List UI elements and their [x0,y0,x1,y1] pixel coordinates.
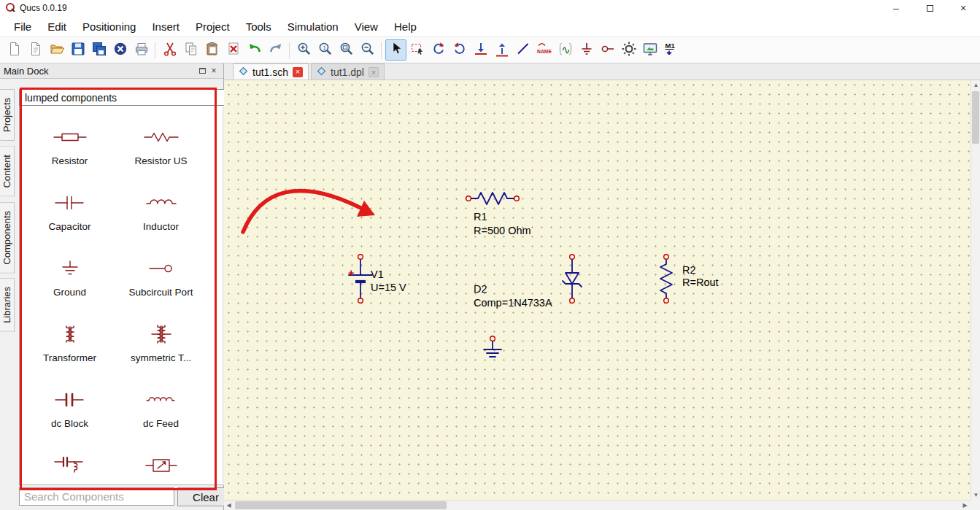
menu-project[interactable]: Project [188,18,238,36]
document-tab-tut1-sch[interactable]: tut1.sch× [233,63,309,80]
component-item-subcircuit-port[interactable]: Subcircuit Port [115,244,207,310]
new-file-button[interactable] [4,39,25,61]
svg-text:R2: R2 [682,264,696,276]
close-file-button[interactable] [109,39,131,61]
label-button[interactable]: NAME [533,39,555,61]
zoom-1-button[interactable]: 1 [315,39,336,61]
save-icon [70,41,86,60]
ground-icon [49,258,91,282]
menu-file[interactable]: File [6,18,39,36]
port-button[interactable] [597,39,618,61]
component-item-dc-feed[interactable]: dc Feed [115,376,207,441]
menu-help[interactable]: Help [386,18,425,36]
menu-edit[interactable]: Edit [39,18,74,36]
redo-button[interactable] [265,39,286,61]
select-marker-button[interactable] [406,39,428,61]
delete-button[interactable] [223,39,244,61]
mirror-y-icon [494,41,510,60]
menu-view[interactable]: View [347,18,386,36]
scroll-down-icon[interactable]: ▼ [971,490,980,500]
tab-close-icon[interactable]: × [369,67,379,77]
display-button[interactable] [639,39,660,61]
float-dock-icon [199,68,206,74]
document-tab-tut1-dpl[interactable]: tut1.dpl× [311,63,385,80]
component-item-attenuator[interactable]: Attenuator [115,441,207,485]
scrollbar-corner [971,500,980,510]
print-icon [134,41,150,60]
select-button[interactable] [385,39,406,61]
component-item-inductor[interactable]: Inductor [115,179,207,244]
equation-button[interactable] [555,39,576,61]
copy-button[interactable] [180,39,201,61]
save-all-button[interactable] [88,39,109,61]
scroll-right-icon[interactable]: ▶ [960,501,970,510]
zoom-in-button[interactable] [293,39,315,61]
svg-text:Comp=1N4733A: Comp=1N4733A [474,297,552,309]
bias-t-icon [49,455,91,479]
gear-button[interactable] [618,39,639,61]
component-item-symmetric-transformer[interactable]: symmetric T... [115,310,207,376]
toolbar: 1NAMEM1 [0,36,980,63]
component-item-resistor-us[interactable]: Resistor US [115,113,207,179]
vertical-scrollbar[interactable]: ▲ ▼ [971,80,980,500]
cut-button[interactable] [159,39,180,61]
rotate-ccw-button[interactable] [428,39,449,61]
component-item-capacitor[interactable]: Capacitor [24,179,115,244]
float-dock-button[interactable] [196,66,208,77]
close-button[interactable]: × [946,0,980,16]
document-tab-label: tut1.dpl [331,66,364,78]
search-components-input[interactable] [19,487,174,506]
print-button[interactable] [131,39,152,61]
tab-close-icon[interactable]: × [293,67,303,77]
ground-button[interactable] [576,39,597,61]
component-item-dc-block[interactable]: dc Block [24,376,115,441]
zoom-fit-button[interactable] [336,39,357,61]
new-text-button[interactable] [25,39,46,61]
schematic-canvas[interactable]: R1R=500 OhmV1U=15 VD2Comp=1N4733AR2R=Rou… [224,80,971,500]
subcircuit-button[interactable]: M1 [660,39,682,61]
menu-insert[interactable]: Insert [144,18,188,36]
component-item-bias-t[interactable]: Bias T [24,441,115,485]
redo-icon [268,41,284,60]
schematic-file-icon [317,66,326,78]
component-label: Capacitor [49,221,91,232]
mirror-x-button[interactable] [470,39,491,61]
scroll-up-icon[interactable]: ▲ [971,80,980,90]
wire-button[interactable] [512,39,533,61]
dock-tab-content[interactable]: Content [0,146,15,197]
paste-button[interactable] [201,39,223,61]
component-label: Resistor US [134,155,187,166]
maximize-icon [927,5,933,12]
svg-text:R1: R1 [474,211,487,223]
rotate-cw-button[interactable] [449,39,470,61]
menu-positioning[interactable]: Positioning [74,18,144,36]
menu-tools[interactable]: Tools [238,18,279,36]
component-label: Ground [53,287,86,298]
mirror-y-button[interactable] [491,39,512,61]
menu-simulation[interactable]: Simulation [279,18,347,36]
component-item-transformer[interactable]: Transformer [24,310,115,376]
scroll-left-icon[interactable]: ◀ [224,501,234,510]
titlebar: Qucs 0.0.19 – × [0,0,980,16]
horizontal-scroll-thumb[interactable] [235,501,447,509]
open-button[interactable] [46,39,67,61]
close-dock-button[interactable]: × [208,66,220,77]
component-item-resistor[interactable]: Resistor [24,113,115,179]
component-category-select[interactable]: lumped components ▾ [19,89,234,106]
component-label: Inductor [143,221,179,232]
vertical-scroll-thumb[interactable] [972,91,979,144]
canvas-wrap: R1R=500 OhmV1U=15 VD2Comp=1N4733AR2R=Rou… [224,80,980,500]
save-all-icon [91,41,107,60]
horizontal-scrollbar[interactable]: ◀ ▶ [224,500,980,510]
component-item-ground[interactable]: Ground [24,244,115,310]
zoom-out-button[interactable] [357,39,378,61]
dock-tab-libraries[interactable]: Libraries [0,278,15,332]
schematic-file-icon [239,66,248,78]
svg-text:R=Rout: R=Rout [682,277,719,288]
dock-tab-components[interactable]: Components [0,202,15,274]
maximize-button[interactable] [913,0,946,16]
undo-button[interactable] [244,39,265,61]
save-button[interactable] [67,39,88,61]
dock-tab-projects[interactable]: Projects [0,89,15,141]
minimize-button[interactable]: – [879,0,913,16]
